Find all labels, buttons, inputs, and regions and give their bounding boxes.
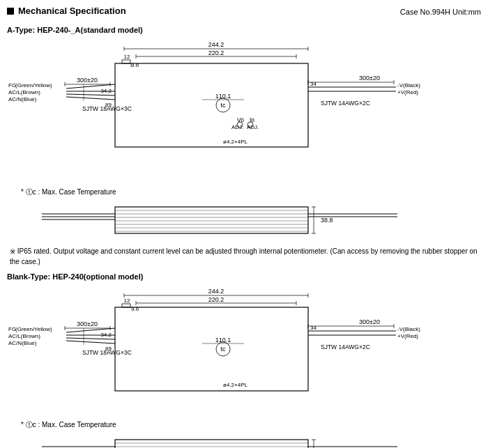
svg-text:89: 89	[105, 102, 112, 108]
case-info: Case No.994H Unit:mm	[400, 8, 481, 16]
svg-text:34: 34	[310, 81, 317, 87]
a-type-ip-note: ※ IP65 rated. Output voltage and constan…	[10, 246, 481, 267]
svg-text:12: 12	[124, 54, 130, 60]
svg-text:9.6: 9.6	[131, 62, 139, 68]
svg-text:110.1: 110.1	[215, 93, 231, 100]
svg-rect-22	[115, 63, 308, 147]
svg-text:220.2: 220.2	[208, 296, 224, 303]
a-type-diagram: 244.2 220.2 FG (Green/Yellow) AC/L(Brown…	[7, 37, 481, 185]
svg-text:300±20: 300±20	[77, 77, 98, 84]
svg-text:300±20: 300±20	[359, 75, 380, 82]
svg-text:ADJ.: ADJ.	[231, 124, 243, 130]
svg-text:tc: tc	[220, 346, 226, 353]
blank-type-side-svg: 38.8	[7, 433, 481, 448]
blank-type-diagram: 244.2 220.2 FG (Green/Yellow) AC/L(Brown…	[7, 284, 481, 417]
svg-text:-V(Black): -V(Black)	[397, 82, 420, 88]
blank-type-side-diagram: 38.8	[7, 433, 481, 448]
svg-text:12: 12	[124, 298, 130, 304]
svg-text:tc: tc	[220, 102, 226, 109]
svg-rect-89	[115, 307, 308, 391]
a-type-tc-note: * ⓣc : Max. Case Temperature	[21, 187, 481, 197]
svg-text:9.6: 9.6	[131, 306, 139, 312]
svg-text:ø4.2×4PL: ø4.2×4PL	[223, 139, 247, 145]
blank-type-svg: 244.2 220.2 FG (Green/Yellow) AC/L(Brown…	[7, 284, 481, 416]
svg-text:244.2: 244.2	[208, 41, 224, 48]
svg-text:AC/N(Blue): AC/N(Blue)	[8, 340, 37, 346]
svg-text:(Green/Yellow): (Green/Yellow)	[15, 82, 52, 88]
svg-text:ø4.2×4PL: ø4.2×4PL	[223, 382, 247, 388]
svg-text:34.2: 34.2	[100, 332, 112, 338]
a-type-ip-text: ※ IP65 rated. Output voltage and constan…	[10, 247, 478, 265]
svg-text:+V(Red): +V(Red)	[397, 333, 418, 339]
svg-text:244.2: 244.2	[208, 288, 224, 295]
svg-text:220.2: 220.2	[208, 49, 224, 56]
svg-text:300±20: 300±20	[77, 320, 98, 327]
svg-line-80	[66, 338, 115, 339]
svg-text:-V(Black): -V(Black)	[397, 326, 420, 332]
svg-line-13	[66, 94, 115, 95]
svg-text:34: 34	[310, 325, 317, 331]
svg-text:300±20: 300±20	[359, 318, 380, 325]
title-text: Mechanical Specification	[18, 6, 126, 16]
svg-rect-90	[122, 304, 130, 307]
svg-rect-23	[122, 60, 130, 63]
svg-line-81	[66, 341, 115, 343]
svg-text:110.1: 110.1	[215, 337, 231, 343]
svg-text:SJTW 14AWG×2C: SJTW 14AWG×2C	[321, 343, 370, 350]
svg-text:38.8: 38.8	[321, 217, 333, 224]
svg-text:Io: Io	[250, 116, 254, 123]
svg-line-14	[66, 97, 115, 100]
svg-text:AC/N(Blue): AC/N(Blue)	[8, 96, 37, 102]
a-type-side-diagram: 38.8	[7, 200, 481, 243]
svg-text:34.2: 34.2	[100, 88, 112, 94]
svg-text:AC/L(Brown): AC/L(Brown)	[8, 333, 40, 339]
a-type-side-svg: 38.8	[7, 200, 481, 242]
svg-text:(Green/Yellow): (Green/Yellow)	[15, 326, 52, 332]
svg-text:SJTW 14AWG×2C: SJTW 14AWG×2C	[321, 100, 370, 107]
blank-type-tc-note: * ⓣc : Max. Case Temperature	[21, 420, 481, 430]
title-icon	[7, 8, 14, 15]
blank-type-label: Blank-Type: HEP-240(optional model)	[7, 272, 481, 281]
svg-rect-53	[115, 207, 308, 233]
a-type-label: A-Type: HEP-240-_A(standard model)	[7, 26, 481, 34]
svg-text:89: 89	[105, 346, 112, 352]
svg-text:AC/L(Brown): AC/L(Brown)	[8, 89, 40, 95]
svg-text:+V(Red): +V(Red)	[397, 89, 418, 95]
svg-rect-113	[115, 440, 308, 448]
a-type-svg: 244.2 220.2 FG (Green/Yellow) AC/L(Brown…	[7, 37, 481, 183]
